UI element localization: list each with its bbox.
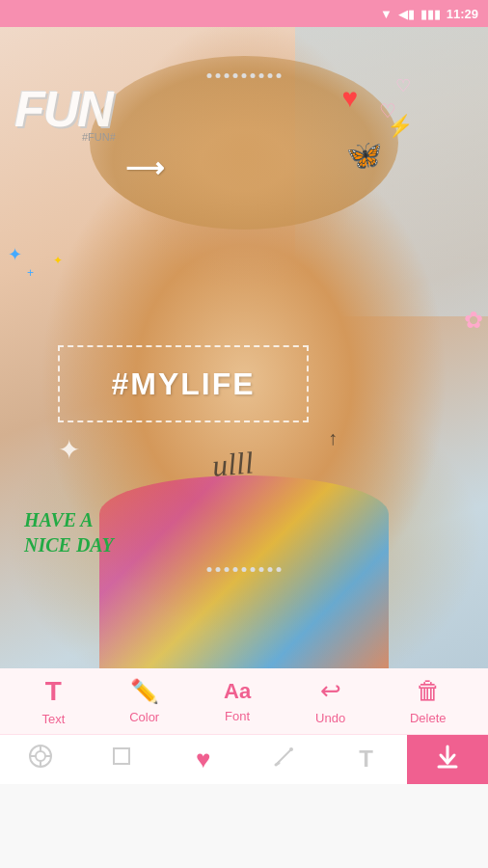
crop-icon <box>109 744 134 774</box>
color-tool[interactable]: ✏️ Color <box>129 678 159 724</box>
heart-outline-sticker: ♡ <box>395 75 411 96</box>
lightning-sticker: ⚡ <box>387 114 413 139</box>
cursive-signature: ulll <box>210 445 255 484</box>
heart-red-sticker: ♥ <box>341 83 358 114</box>
heart-nav-icon: ♥ <box>196 745 210 774</box>
sparkle-blue2-sticker: + <box>27 266 34 280</box>
nice-day-text: HAVE ANICE DAY <box>24 507 114 557</box>
brush-nav-item[interactable] <box>244 735 325 784</box>
camera-nav-item[interactable] <box>0 735 81 784</box>
signal-icon: ▼ <box>380 7 393 21</box>
text-nav-icon: T <box>359 746 373 773</box>
status-bar: ▼ ◀▮ ▮▮▮ 11:29 <box>0 0 488 27</box>
crop-nav-item[interactable] <box>81 735 162 784</box>
svg-rect-6 <box>114 748 129 764</box>
tool-row: T Text ✏️ Color Aa Font ↩ Undo 🗑 Delete <box>0 668 488 735</box>
delete-icon: 🗑 <box>416 676 441 706</box>
download-icon <box>433 742 462 777</box>
dots-top-decoration <box>207 73 282 78</box>
svg-point-9 <box>289 747 293 751</box>
toolbar-area: T Text ✏️ Color Aa Font ↩ Undo 🗑 Delete <box>0 668 488 784</box>
font-tool[interactable]: Aa Font <box>224 679 251 723</box>
color-label: Color <box>129 710 159 724</box>
download-nav-item[interactable] <box>407 735 488 784</box>
svg-line-8 <box>276 763 279 765</box>
fun-sub-sticker: #FUN# <box>82 131 116 143</box>
sparkle-blue-sticker: ✦ <box>8 244 22 265</box>
undo-label: Undo <box>315 711 345 725</box>
time-display: 11:29 <box>447 7 478 21</box>
fun-sticker: FUN <box>14 80 112 138</box>
arrow-up-sticker: ↑ <box>328 427 338 449</box>
text-icon: T <box>45 676 62 707</box>
battery-icon: ▮▮▮ <box>420 7 441 21</box>
bottom-nav: ♥ T <box>0 735 488 784</box>
svg-point-1 <box>36 751 45 761</box>
mylife-text: #MYLIFE <box>111 366 255 402</box>
text-nav-item[interactable]: T <box>325 735 406 784</box>
undo-tool[interactable]: ↩ Undo <box>315 676 345 725</box>
sparkle-yellow-sticker: ✦ <box>53 254 63 267</box>
text-tool[interactable]: T Text <box>41 676 65 726</box>
text-label: Text <box>41 712 65 726</box>
svg-line-7 <box>278 749 291 763</box>
photo-area: FUN #FUN# ⟶ ♥ ♡ ♡ ⚡ 🦋 ✿ ✦ + ✦ #MYLIFE ↑ … <box>0 27 488 668</box>
undo-icon: ↩ <box>320 676 341 706</box>
color-icon: ✏️ <box>130 678 159 705</box>
font-icon: Aa <box>224 679 251 704</box>
butterfly-sticker: 🦋 <box>346 138 382 172</box>
heart-nav-item[interactable]: ♥ <box>163 735 244 784</box>
delete-tool[interactable]: 🗑 Delete <box>410 676 447 725</box>
font-label: Font <box>225 709 250 723</box>
star-sticker: ✦ <box>58 434 80 466</box>
camera-icon <box>28 744 53 774</box>
dots-bottom-decoration <box>207 567 282 572</box>
arrow-sticker: ⟶ <box>125 152 164 184</box>
network-icon: ◀▮ <box>398 7 415 21</box>
pink-right-sticker: ✿ <box>464 307 483 334</box>
mylife-box[interactable]: #MYLIFE <box>58 345 309 422</box>
delete-label: Delete <box>410 711 447 725</box>
brush-icon <box>272 744 297 774</box>
